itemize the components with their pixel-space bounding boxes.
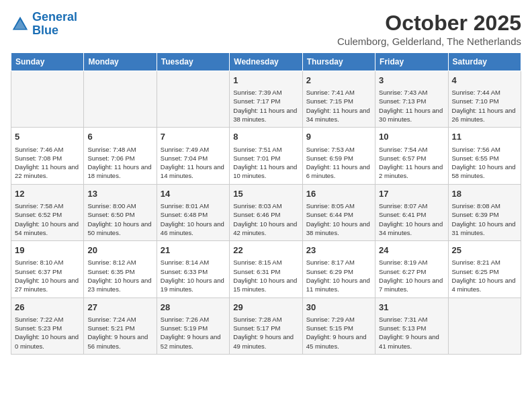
day-cell: 18Sunrise: 8:08 AM Sunset: 6:39 PM Dayli… [448,184,521,240]
day-cell [448,298,521,354]
day-number: 25 [452,244,517,257]
day-cell: 21Sunrise: 8:14 AM Sunset: 6:33 PM Dayli… [157,241,229,298]
day-info: Sunrise: 8:17 AM Sunset: 6:29 PM Dayligh… [306,258,371,293]
day-cell: 12Sunrise: 7:58 AM Sunset: 6:52 PM Dayli… [11,184,84,240]
day-number: 13 [87,188,152,200]
day-info: Sunrise: 8:10 AM Sunset: 6:37 PM Dayligh… [15,258,80,293]
day-number: 19 [15,244,80,257]
day-cell: 15Sunrise: 8:03 AM Sunset: 6:46 PM Dayli… [230,184,302,240]
day-number: 18 [452,188,517,200]
day-info: Sunrise: 7:54 AM Sunset: 6:57 PM Dayligh… [379,145,444,181]
day-number: 11 [452,131,517,143]
day-number: 8 [233,131,298,143]
day-cell: 30Sunrise: 7:29 AM Sunset: 5:15 PM Dayli… [302,298,375,354]
day-info: Sunrise: 8:14 AM Sunset: 6:33 PM Dayligh… [161,258,226,293]
day-info: Sunrise: 8:12 AM Sunset: 6:35 PM Dayligh… [87,258,152,293]
day-number: 14 [161,188,226,200]
logo-text: General Blue [32,11,77,38]
header-tuesday: Tuesday [157,53,229,71]
day-info: Sunrise: 8:08 AM Sunset: 6:39 PM Dayligh… [452,201,517,237]
week-row-5: 26Sunrise: 7:22 AM Sunset: 5:23 PM Dayli… [11,298,521,354]
day-cell: 16Sunrise: 8:05 AM Sunset: 6:44 PM Dayli… [302,184,375,240]
day-number: 6 [87,131,152,143]
day-number: 30 [306,302,371,314]
day-number: 15 [233,188,298,200]
day-number: 27 [87,302,152,314]
calendar-header-row: SundayMondayTuesdayWednesdayThursdayFrid… [11,53,521,71]
day-cell: 10Sunrise: 7:54 AM Sunset: 6:57 PM Dayli… [375,128,448,184]
day-info: Sunrise: 7:41 AM Sunset: 7:15 PM Dayligh… [306,88,371,124]
day-number: 7 [161,131,226,143]
day-cell: 19Sunrise: 8:10 AM Sunset: 6:37 PM Dayli… [11,241,84,298]
logo-line2: Blue [32,24,58,37]
day-cell [11,71,84,128]
day-cell: 8Sunrise: 7:51 AM Sunset: 7:01 PM Daylig… [230,128,302,184]
day-cell: 22Sunrise: 8:15 AM Sunset: 6:31 PM Dayli… [230,241,302,298]
day-cell: 26Sunrise: 7:22 AM Sunset: 5:23 PM Dayli… [11,298,84,354]
day-number: 9 [306,131,371,143]
day-number: 31 [379,302,444,314]
day-info: Sunrise: 7:22 AM Sunset: 5:23 PM Dayligh… [15,315,80,351]
day-info: Sunrise: 8:21 AM Sunset: 6:25 PM Dayligh… [452,258,517,293]
day-number: 29 [233,302,298,314]
logo-line1: General [32,10,77,24]
day-cell: 11Sunrise: 7:56 AM Sunset: 6:55 PM Dayli… [448,128,521,184]
day-cell: 2Sunrise: 7:41 AM Sunset: 7:15 PM Daylig… [302,71,375,128]
day-info: Sunrise: 7:39 AM Sunset: 7:17 PM Dayligh… [233,88,298,124]
day-number: 3 [379,75,444,87]
day-number: 12 [15,188,80,200]
day-cell: 27Sunrise: 7:24 AM Sunset: 5:21 PM Dayli… [84,298,157,354]
day-info: Sunrise: 8:15 AM Sunset: 6:31 PM Dayligh… [233,258,298,293]
week-row-1: 1Sunrise: 7:39 AM Sunset: 7:17 PM Daylig… [11,71,521,128]
day-cell: 9Sunrise: 7:53 AM Sunset: 6:59 PM Daylig… [302,128,375,184]
day-info: Sunrise: 7:49 AM Sunset: 7:04 PM Dayligh… [161,145,226,181]
day-info: Sunrise: 8:01 AM Sunset: 6:48 PM Dayligh… [161,201,226,237]
day-cell: 23Sunrise: 8:17 AM Sunset: 6:29 PM Dayli… [302,241,375,298]
day-info: Sunrise: 7:31 AM Sunset: 5:13 PM Dayligh… [379,315,444,351]
day-info: Sunrise: 7:58 AM Sunset: 6:52 PM Dayligh… [15,201,80,237]
day-cell: 29Sunrise: 7:28 AM Sunset: 5:17 PM Dayli… [230,298,302,354]
day-info: Sunrise: 7:44 AM Sunset: 7:10 PM Dayligh… [452,88,517,124]
logo-icon [11,15,30,34]
day-cell: 3Sunrise: 7:43 AM Sunset: 7:13 PM Daylig… [375,71,448,128]
day-info: Sunrise: 7:48 AM Sunset: 7:06 PM Dayligh… [87,145,152,181]
day-number: 24 [379,244,444,257]
day-cell: 14Sunrise: 8:01 AM Sunset: 6:48 PM Dayli… [157,184,229,240]
day-cell: 1Sunrise: 7:39 AM Sunset: 7:17 PM Daylig… [230,71,302,128]
day-number: 2 [306,75,371,87]
header-wednesday: Wednesday [230,53,302,71]
day-info: Sunrise: 8:03 AM Sunset: 6:46 PM Dayligh… [233,201,298,237]
day-number: 1 [233,75,298,87]
day-cell: 24Sunrise: 8:19 AM Sunset: 6:27 PM Dayli… [375,241,448,298]
header-thursday: Thursday [302,53,375,71]
day-cell [84,71,157,128]
day-cell: 31Sunrise: 7:31 AM Sunset: 5:13 PM Dayli… [375,298,448,354]
day-cell: 6Sunrise: 7:48 AM Sunset: 7:06 PM Daylig… [84,128,157,184]
location-subtitle: Culemborg, Gelderland, The Netherlands [337,36,521,47]
header-sunday: Sunday [11,53,84,71]
day-number: 20 [87,244,152,257]
day-info: Sunrise: 8:05 AM Sunset: 6:44 PM Dayligh… [306,201,371,237]
day-info: Sunrise: 7:51 AM Sunset: 7:01 PM Dayligh… [233,145,298,181]
day-info: Sunrise: 8:19 AM Sunset: 6:27 PM Dayligh… [379,258,444,293]
day-number: 21 [161,244,226,257]
day-info: Sunrise: 7:24 AM Sunset: 5:21 PM Dayligh… [87,315,152,351]
day-info: Sunrise: 7:28 AM Sunset: 5:17 PM Dayligh… [233,315,298,351]
day-number: 4 [452,75,517,87]
calendar-table: SundayMondayTuesdayWednesdayThursdayFrid… [11,52,521,355]
header-friday: Friday [375,53,448,71]
day-cell: 5Sunrise: 7:46 AM Sunset: 7:08 PM Daylig… [11,128,84,184]
header-saturday: Saturday [448,53,521,71]
day-number: 10 [379,131,444,143]
day-info: Sunrise: 7:43 AM Sunset: 7:13 PM Dayligh… [379,88,444,124]
day-info: Sunrise: 7:56 AM Sunset: 6:55 PM Dayligh… [452,145,517,181]
day-info: Sunrise: 7:53 AM Sunset: 6:59 PM Dayligh… [306,145,371,181]
day-cell: 13Sunrise: 8:00 AM Sunset: 6:50 PM Dayli… [84,184,157,240]
month-title: October 2025 [337,11,521,36]
day-info: Sunrise: 7:29 AM Sunset: 5:15 PM Dayligh… [306,315,371,351]
day-cell: 25Sunrise: 8:21 AM Sunset: 6:25 PM Dayli… [448,241,521,298]
week-row-4: 19Sunrise: 8:10 AM Sunset: 6:37 PM Dayli… [11,241,521,298]
day-number: 28 [161,302,226,314]
week-row-3: 12Sunrise: 7:58 AM Sunset: 6:52 PM Dayli… [11,184,521,240]
day-info: Sunrise: 8:07 AM Sunset: 6:41 PM Dayligh… [379,201,444,237]
